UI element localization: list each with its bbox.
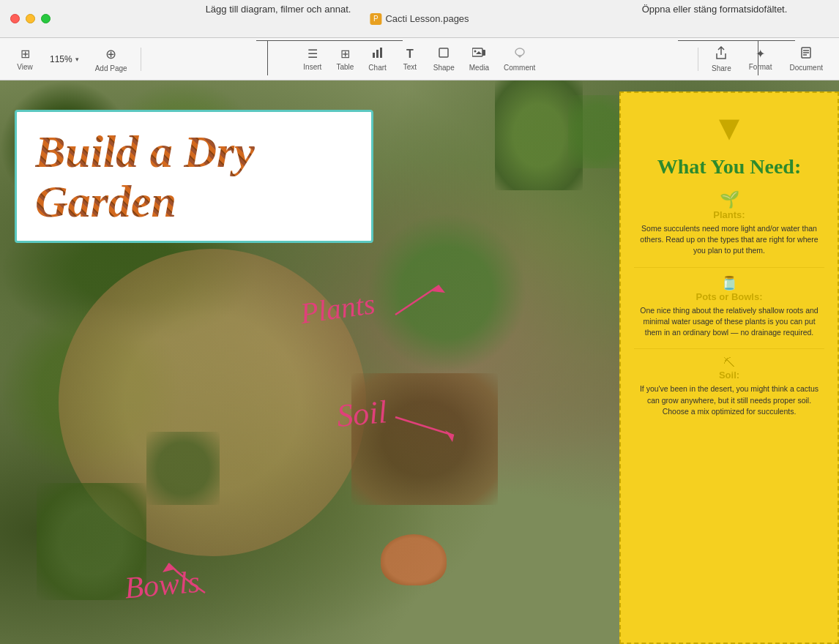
plant-patch-5 [366,212,527,373]
insert-button[interactable]: ☰ Insert [296,44,329,74]
info-arrow-icon: ▼ [634,108,824,148]
zoom-control[interactable]: 115% ▾ [44,51,85,67]
svg-point-5 [474,50,477,52]
svg-rect-7 [482,50,485,56]
insert-icon: ☰ [307,47,318,61]
shape-label: Shape [433,64,455,72]
cactus-3 [37,483,146,600]
cactus-4 [146,432,220,505]
svg-rect-0 [373,53,375,58]
svg-rect-4 [472,48,482,56]
document-icon [801,47,811,61]
media-label: Media [469,64,489,72]
canvas-area: Build a Dry Garden Plants Soil Bowls [0,80,839,644]
share-label: Share [712,64,731,72]
bowls-section-icon: 🫙 [634,275,824,291]
soil-section-text: If you've been in the desert, you might … [634,383,824,417]
window-title: P Cacti Lesson.pages [370,13,469,25]
chart-icon [372,47,384,61]
toolbar-left: ⊞ View 115% ▾ ⊕ Add Page [9,43,135,75]
format-icon: ✦ [756,47,765,61]
text-button[interactable]: T Text [394,45,426,74]
shape-icon [438,47,450,61]
media-button[interactable]: Media [462,44,496,75]
view-icon: ⊞ [20,47,30,61]
plants-section: 🌱 Plants: Some succulents need more ligh… [634,190,824,257]
svg-point-8 [515,48,524,56]
minimize-button[interactable] [26,14,35,23]
maximize-button[interactable] [41,14,51,23]
comment-button[interactable]: Comment [496,44,542,75]
svg-rect-1 [376,50,379,58]
shape-button[interactable]: Shape [426,44,462,75]
section-divider-1 [634,267,824,268]
plants-section-title: Plants: [634,209,824,220]
share-icon [716,46,726,62]
toolbar: ⊞ View 115% ▾ ⊕ Add Page ☰ Insert ⊞ Tabl… [0,38,839,80]
add-page-icon: ⊕ [105,46,116,62]
zoom-chevron-icon: ▾ [75,56,79,63]
comment-label: Comment [504,64,535,72]
soil-section-title: Soil: [634,370,824,381]
table-label: Table [336,63,354,71]
close-button[interactable] [10,14,20,23]
plants-section-text: Some succulents need more light and/or w… [634,223,824,257]
document-button[interactable]: Document [782,44,830,75]
info-title: What You Need: [634,155,824,179]
document-label: Document [789,64,823,72]
view-label: View [17,63,33,71]
table-icon: ⊞ [340,47,350,61]
window-title-text: Cacti Lesson.pages [385,13,469,24]
info-box: ▼ What You Need: 🌱 Plants: Some succulen… [619,91,839,644]
toolbar-separator-2 [698,48,698,71]
bowls-section-text: One nice thing about the relatively shal… [634,305,824,339]
format-button[interactable]: ✦ Format [742,44,780,74]
page-title: Build a Dry Garden [35,127,353,226]
bowl-prop [381,534,447,585]
svg-marker-6 [476,51,482,54]
view-button[interactable]: ⊞ View [9,44,41,74]
chart-button[interactable]: Chart [361,44,393,75]
zoom-value: 115% [50,54,72,64]
title-box[interactable]: Build a Dry Garden [15,110,373,243]
share-button[interactable]: Share [704,43,739,75]
soil-section-icon: ⛏ [634,356,824,370]
toolbar-separator-1 [141,48,141,71]
bowls-section: 🫙 Pots or Bowls: One nice thing about th… [634,275,824,339]
media-icon [472,47,485,61]
insert-label: Insert [303,63,321,71]
svg-rect-3 [439,48,448,57]
format-label: Format [749,63,772,71]
soil-section: ⛏ Soil: If you've been in the desert, yo… [634,356,824,417]
bowls-section-title: Pots or Bowls: [634,291,824,302]
comment-icon [514,47,526,61]
soil-patch [351,373,498,505]
plants-section-icon: 🌱 [634,190,824,209]
file-icon: P [370,13,381,25]
chart-label: Chart [368,64,386,72]
toolbar-right: Share ✦ Format Document [704,43,830,75]
section-divider-2 [634,348,824,349]
toolbar-center: ☰ Insert ⊞ Table Chart T Text Shape [147,44,692,75]
table-button[interactable]: ⊞ Table [329,44,361,74]
add-page-label: Add Page [95,64,127,72]
add-page-button[interactable]: ⊕ Add Page [88,43,135,75]
cactus-2 [568,95,627,168]
title-bar: P Cacti Lesson.pages [0,0,839,38]
text-label: Text [403,63,417,71]
text-icon: T [406,48,414,61]
traffic-lights [0,14,51,23]
svg-rect-2 [380,48,382,58]
